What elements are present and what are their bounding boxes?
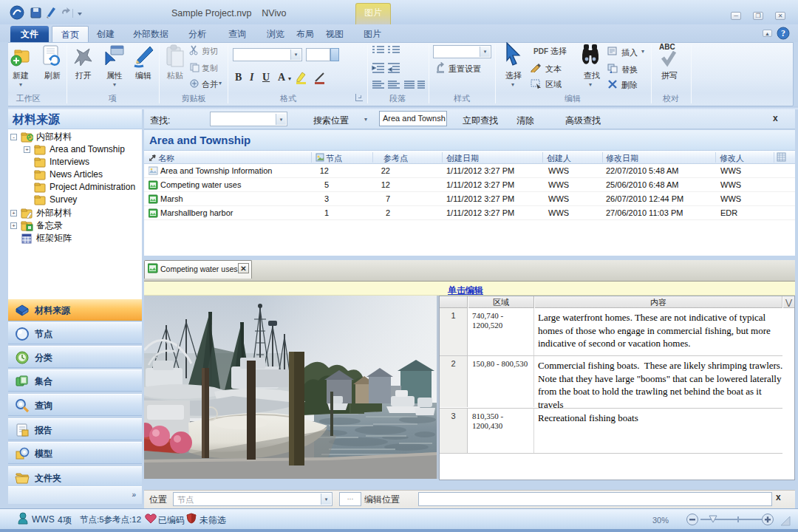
- svg-text:ABC: ABC: [659, 43, 675, 51]
- svg-text:?: ?: [781, 28, 785, 38]
